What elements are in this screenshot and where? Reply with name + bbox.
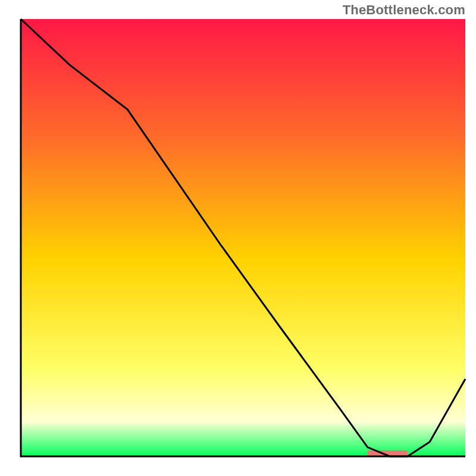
chart-container: TheBottleneck.com (0, 0, 476, 476)
plot-background (21, 19, 465, 456)
bottleneck-chart (0, 0, 476, 476)
